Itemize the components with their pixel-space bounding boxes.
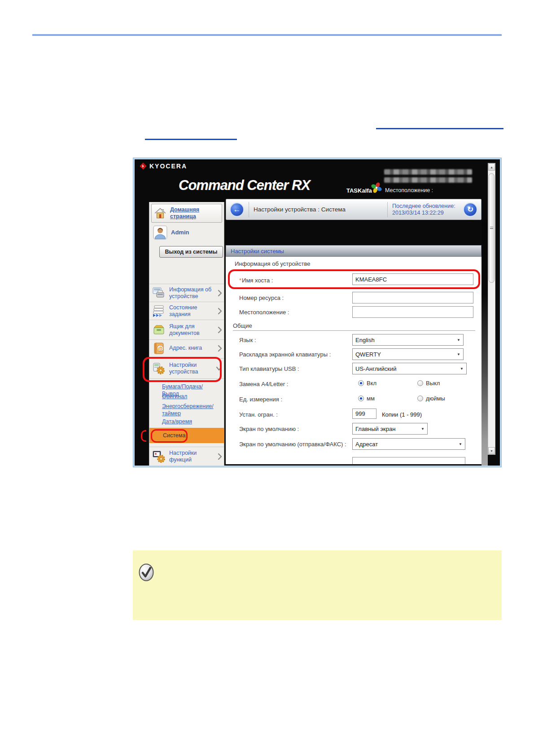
chevron-right-icon xyxy=(218,290,222,297)
sidebar-sublink-energy[interactable]: Энергосбережение/таймер xyxy=(162,403,219,417)
manual-page: KYOCERA Command Center RX TASKalfa Место… xyxy=(0,0,534,756)
sidebar-item-document-box[interactable]: Ящик для документов xyxy=(149,320,224,339)
language-value: English xyxy=(355,337,375,343)
sidebar-user-name: Admin xyxy=(171,229,189,236)
highlight-device-settings xyxy=(143,357,222,382)
section-device-info: Информация об устройстве xyxy=(235,260,310,267)
chevron-right-icon xyxy=(218,345,222,352)
location-label: Местоположение : xyxy=(239,309,289,316)
dropdown-arrow-icon: ▼ xyxy=(457,352,460,356)
limit-suffix: Копии (1 - 999) xyxy=(382,411,422,418)
page-toolbar: ← Настройки устройства : Система Последн… xyxy=(226,199,481,220)
units-mm-label: мм xyxy=(367,395,375,402)
sidebar-item-label: Информация об устройстве xyxy=(169,286,216,300)
brand-name: KYOCERA xyxy=(149,163,187,170)
section-general: Общие xyxy=(233,322,252,329)
clipped-next-field xyxy=(352,457,465,464)
last-update: Последнее обновление: 2013/03/14 13:22:2… xyxy=(392,203,463,216)
a4letter-off-option[interactable]: Выкл xyxy=(417,380,440,387)
page-background-strip xyxy=(481,220,488,466)
panel-header-title: Настройки системы xyxy=(231,248,284,255)
redacted-text xyxy=(384,177,472,183)
sidebar-item-home[interactable]: Домашняя страница xyxy=(151,204,222,223)
kb-layout-label: Раскладка экранной клавиатуры : xyxy=(239,351,331,358)
default-screen-label: Экран по умолчанию : xyxy=(239,426,299,432)
usb-kb-select[interactable]: US-Английский ▼ xyxy=(352,363,467,374)
last-update-label: Последнее обновление: xyxy=(392,203,463,210)
language-select[interactable]: English ▼ xyxy=(352,334,464,346)
dropdown-arrow-icon: ▼ xyxy=(460,367,464,371)
sidebar-sublink-datetime[interactable]: Дата/время xyxy=(162,418,219,425)
sidebar-home-label: Домашняя страница xyxy=(170,207,215,220)
language-label: Язык : xyxy=(239,337,256,343)
toolbar-divider xyxy=(249,202,249,217)
vertical-scrollbar[interactable]: ▲ ▼ xyxy=(488,163,495,455)
redacted-text xyxy=(384,169,472,175)
model-name: TASKalfa xyxy=(346,187,372,194)
kb-layout-select[interactable]: QWERTY ▼ xyxy=(352,348,464,360)
a4letter-on-option[interactable]: Вкл xyxy=(358,380,376,387)
sidebar-sublink-original[interactable]: Оригинал xyxy=(162,393,219,400)
default-screen-fax-select[interactable]: Адресат ▼ xyxy=(352,438,465,450)
default-screen-select[interactable]: Главный экран ▼ xyxy=(352,423,428,435)
units-inch-option[interactable]: дюймы xyxy=(417,395,445,402)
scroll-down-button[interactable]: ▼ xyxy=(488,447,495,454)
sidebar: Домашняя страница Admin Выход из системы xyxy=(149,202,224,466)
asset-number-input[interactable] xyxy=(352,292,473,303)
logout-button[interactable]: Выход из системы xyxy=(159,246,223,258)
kb-layout-value: QWERTY xyxy=(355,351,381,358)
scroll-down-icon: ▼ xyxy=(490,449,493,453)
sidebar-item-label: Адрес. книга xyxy=(169,345,216,352)
a4letter-label: Замена A4/Letter : xyxy=(239,381,288,387)
chevron-right-icon xyxy=(218,308,222,315)
section-divider xyxy=(233,330,475,331)
refresh-button[interactable]: ↻ xyxy=(463,202,477,217)
radio-selected-icon xyxy=(358,380,364,386)
a4letter-off-label: Выкл xyxy=(426,380,440,387)
asset-number-label: Номер ресурса : xyxy=(239,294,284,301)
back-arrow-icon: ← xyxy=(233,205,241,214)
function-settings-icon xyxy=(152,450,166,463)
radio-icon xyxy=(417,380,423,386)
sidebar-item-label: Ящик для документов xyxy=(169,323,216,337)
sidebar-item-function-settings[interactable]: Настройки функций xyxy=(149,447,224,466)
units-mm-option[interactable]: мм xyxy=(358,395,375,402)
units-inch-label: дюймы xyxy=(426,395,445,402)
check-note-icon xyxy=(138,563,154,582)
product-title: Command Center RX xyxy=(179,177,310,193)
device-info-icon xyxy=(152,286,166,300)
sidebar-item-job-status[interactable]: Состояние задания xyxy=(149,302,224,320)
address-book-icon: @ xyxy=(152,342,166,355)
chevron-right-icon xyxy=(218,326,222,334)
radio-selected-icon xyxy=(358,396,364,401)
link-underline[interactable] xyxy=(376,128,503,129)
a4letter-on-label: Вкл xyxy=(367,380,376,387)
logout-label: Выход из системы xyxy=(165,249,217,255)
default-screen-fax-value: Адресат xyxy=(355,441,378,448)
link-underline[interactable] xyxy=(145,139,237,140)
scrollbar-thumb[interactable] xyxy=(489,173,495,283)
toolbar-divider xyxy=(387,202,388,217)
back-button[interactable]: ← xyxy=(230,202,244,217)
sidebar-item-label: Состояние задания xyxy=(169,304,216,318)
chevron-right-icon xyxy=(218,453,222,460)
location-input[interactable] xyxy=(352,306,473,318)
svg-text:@: @ xyxy=(158,346,163,351)
pinwheel-icon xyxy=(371,182,382,193)
scroll-up-button[interactable]: ▲ xyxy=(488,163,495,171)
units-label: Ед. измерения : xyxy=(239,396,282,403)
user-avatar xyxy=(153,225,167,240)
sidebar-item-device-info[interactable]: Информация об устройстве xyxy=(149,284,224,302)
page-top-rule xyxy=(32,34,502,36)
highlight-system xyxy=(151,429,188,443)
usb-kb-value: US-Английский xyxy=(355,365,397,372)
kyocera-logo: KYOCERA xyxy=(139,162,187,170)
home-icon xyxy=(154,207,166,220)
dropdown-arrow-icon: ▼ xyxy=(457,338,460,342)
default-screen-value: Главный экран xyxy=(355,426,395,432)
job-status-icon xyxy=(152,304,166,318)
usb-kb-label: Тип клавиатуры USB : xyxy=(239,365,299,372)
dropdown-arrow-icon: ▼ xyxy=(459,442,462,446)
limit-input[interactable] xyxy=(352,409,376,419)
sidebar-item-address-book[interactable]: @ Адрес. книга xyxy=(149,339,224,356)
